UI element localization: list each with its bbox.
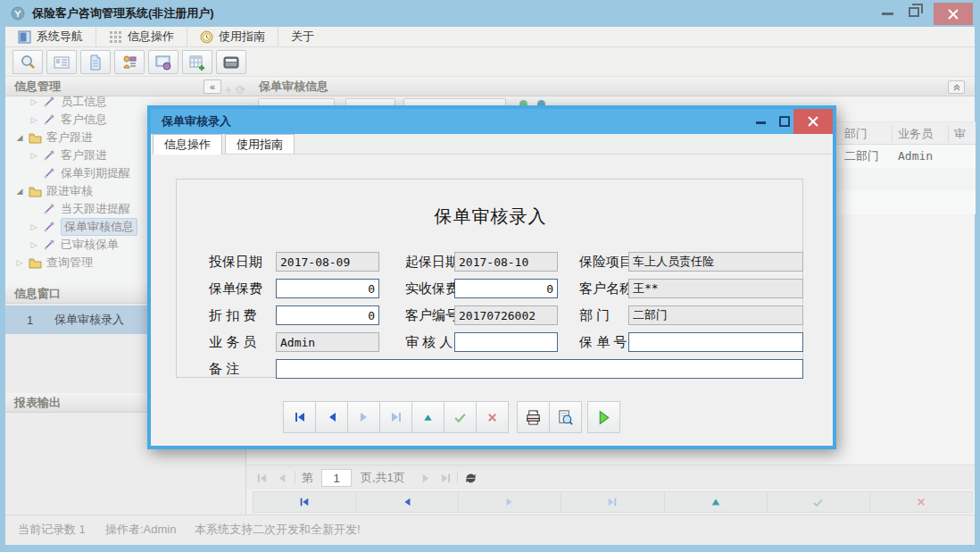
- record-post-button[interactable]: [444, 401, 477, 433]
- search-icon: [19, 54, 37, 71]
- column-header[interactable]: 业务员: [898, 122, 933, 146]
- record-prev-button[interactable]: [315, 401, 348, 433]
- main-panel-header: 保单审核信息: [246, 77, 975, 96]
- record-first-button[interactable]: [283, 401, 316, 433]
- auditor-field[interactable]: [454, 332, 558, 352]
- dialog-titlebar: 保单审核录入: [151, 109, 833, 134]
- pager-suffix-label: 页,共1页: [361, 465, 405, 490]
- field-label: 投保日期: [209, 252, 262, 272]
- expand-arrow-icon[interactable]: ▷: [27, 240, 41, 249]
- printer-icon: [525, 409, 542, 426]
- user-report-tool-button[interactable]: [114, 50, 145, 74]
- tool-icon: [41, 96, 57, 109]
- collapse-up-button[interactable]: [948, 80, 965, 94]
- contact-card-tool-button[interactable]: [46, 50, 77, 74]
- bottom-nav-bar: [253, 491, 973, 513]
- menu-system-nav[interactable]: 系统导航: [5, 27, 96, 46]
- record-last-button[interactable]: [379, 401, 412, 433]
- pager-last-button[interactable]: [437, 470, 453, 486]
- panel-icon: [222, 54, 240, 71]
- field-label: 保 单 号: [579, 332, 627, 352]
- discount-field[interactable]: [276, 305, 379, 325]
- collapse-arrow-icon[interactable]: ◢: [12, 187, 27, 196]
- field-label: 备 注: [209, 359, 239, 379]
- table-row[interactable]: 二部门 Admin: [830, 145, 976, 168]
- nav-post-button[interactable]: [768, 491, 870, 513]
- window-titlebar: 保险客户咨询管理系统(非注册用户): [0, 0, 980, 27]
- remark-field[interactable]: [276, 359, 803, 379]
- expand-arrow-icon[interactable]: ▷: [27, 222, 41, 231]
- dialog-minimize-button[interactable]: [756, 121, 766, 124]
- dialog-title: 保单审核录入: [162, 109, 231, 134]
- minimize-button[interactable]: [882, 13, 893, 15]
- tab-user-guide[interactable]: 使用指南: [225, 134, 295, 154]
- refresh-icon[interactable]: [462, 470, 478, 486]
- table-add-tool-button[interactable]: [182, 50, 212, 74]
- record-edit-button[interactable]: [411, 401, 444, 433]
- print-button[interactable]: [517, 401, 550, 433]
- nav-edit-button[interactable]: [665, 491, 768, 513]
- collapse-arrow-icon[interactable]: ◢: [12, 133, 27, 142]
- close-button[interactable]: [934, 3, 973, 25]
- search-tool-button[interactable]: [12, 50, 43, 74]
- document-icon: [87, 54, 104, 71]
- pager-first-button[interactable]: [253, 470, 270, 486]
- prev-record-icon: [326, 411, 338, 423]
- customer-no-field[interactable]: [454, 305, 558, 325]
- received-premium-field[interactable]: [454, 279, 558, 298]
- apply-date-field[interactable]: [276, 252, 379, 272]
- field-label: 客户名称: [579, 279, 633, 298]
- expand-arrow-icon[interactable]: ▷: [27, 115, 41, 124]
- nav-last-button[interactable]: [561, 491, 664, 513]
- column-header[interactable]: 部门: [844, 122, 868, 146]
- customer-name-field[interactable]: [628, 279, 803, 298]
- table-row[interactable]: [830, 191, 976, 214]
- pager-page-input[interactable]: [321, 469, 352, 487]
- nav-first-button[interactable]: [253, 491, 356, 513]
- prev-record-icon: [402, 497, 412, 507]
- table-header-row: 部门 业务员 审核: [830, 121, 976, 145]
- cross-icon: [916, 497, 926, 507]
- premium-field[interactable]: [276, 279, 379, 298]
- dialog-maximize-button[interactable]: [779, 116, 790, 127]
- menu-info-ops[interactable]: 信息操作: [96, 27, 187, 46]
- pager-prev-button[interactable]: [273, 470, 289, 486]
- policy-audit-table: 部门 业务员 审核 二部门 Admin: [829, 121, 975, 214]
- pager-prefix-label: 第: [302, 465, 313, 490]
- start-date-field[interactable]: [454, 252, 558, 272]
- menu-user-guide[interactable]: 使用指南: [187, 27, 278, 46]
- execute-button[interactable]: [587, 401, 620, 433]
- monitor-tool-button[interactable]: [148, 50, 179, 74]
- last-record-icon: [390, 411, 403, 423]
- expand-arrow-icon[interactable]: ▷: [12, 258, 27, 267]
- policy-no-field[interactable]: [628, 332, 803, 352]
- nav-next-button[interactable]: [459, 491, 561, 513]
- insurance-project-field[interactable]: [628, 252, 803, 272]
- expand-arrow-icon[interactable]: ▷: [27, 97, 41, 106]
- tab-info-ops[interactable]: 信息操作: [153, 134, 222, 155]
- document-tool-button[interactable]: [80, 50, 111, 74]
- menu-bar: 系统导航 信息操作 使用指南 关于: [5, 27, 975, 47]
- menu-about[interactable]: 关于: [278, 27, 327, 46]
- dialog-close-button[interactable]: [793, 109, 833, 134]
- window-grid-icon: [18, 30, 31, 44]
- record-next-button[interactable]: [347, 401, 380, 433]
- pager-next-button[interactable]: [418, 470, 434, 486]
- department-field[interactable]: [628, 305, 803, 325]
- form-title: 保单审核录入: [177, 205, 804, 229]
- tool-icon: [41, 220, 57, 234]
- check-icon: [812, 497, 824, 508]
- print-preview-button[interactable]: [549, 401, 582, 433]
- restore-button[interactable]: [909, 7, 919, 17]
- salesman-field[interactable]: [276, 332, 379, 352]
- grid-dots-icon: [109, 30, 122, 44]
- first-record-icon: [294, 411, 306, 423]
- record-cancel-button[interactable]: [476, 401, 509, 433]
- table-row[interactable]: [830, 168, 976, 191]
- nav-prev-button[interactable]: [356, 491, 459, 513]
- collapse-left-button[interactable]: «: [203, 79, 221, 94]
- nav-cancel-button[interactable]: [870, 491, 973, 513]
- expand-arrow-icon[interactable]: ▷: [27, 151, 41, 160]
- play-icon: [596, 410, 611, 425]
- panel-tool-button[interactable]: [216, 50, 246, 74]
